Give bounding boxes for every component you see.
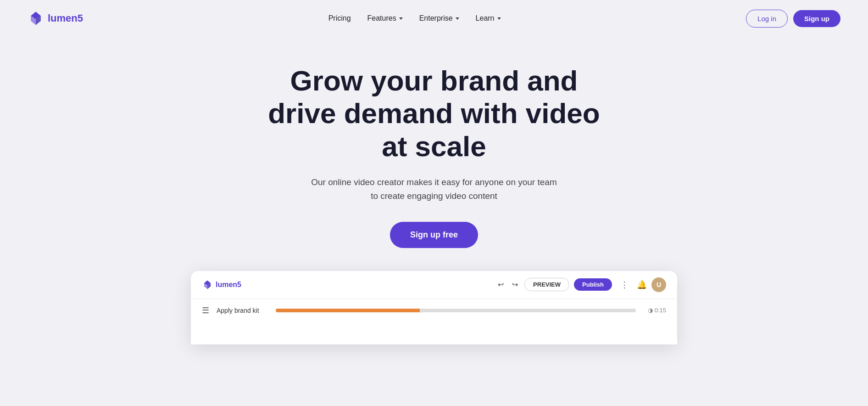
redo-button[interactable]: ↪: [510, 278, 520, 291]
chevron-down-icon: [497, 17, 501, 20]
app-logo: lumen5: [202, 279, 241, 290]
app-window-actions: ↩ ↪ PREVIEW Publish ⋮ 🔔 U: [496, 277, 666, 292]
logo[interactable]: lumen5: [28, 10, 83, 27]
nav-item-pricing[interactable]: Pricing: [328, 14, 351, 23]
chevron-down-icon: [456, 17, 459, 20]
signup-free-button[interactable]: Sign up free: [390, 222, 478, 248]
app-window-body: ☰ Apply brand kit ◑ 0:15: [191, 299, 677, 322]
app-logo-text: lumen5: [216, 281, 241, 289]
signup-button[interactable]: Sign up: [793, 10, 840, 27]
video-time: ◑ 0:15: [648, 307, 666, 314]
chevron-down-icon: [399, 17, 403, 20]
app-preview-section: lumen5 ↩ ↪ PREVIEW Publish ⋮ 🔔 U ☰ Apply…: [0, 271, 868, 344]
hero-section: Grow your brand and drive demand with vi…: [0, 37, 868, 271]
nav-item-features[interactable]: Features: [367, 14, 403, 23]
hero-title: Grow your brand and drive demand with vi…: [264, 64, 604, 163]
publish-button[interactable]: Publish: [574, 278, 612, 291]
app-window: lumen5 ↩ ↪ PREVIEW Publish ⋮ 🔔 U ☰ Apply…: [191, 271, 677, 344]
notification-button[interactable]: 🔔: [637, 280, 647, 290]
nav-item-enterprise[interactable]: Enterprise: [419, 14, 459, 23]
video-timeline-strip: [276, 309, 636, 312]
login-button[interactable]: Log in: [746, 10, 788, 28]
nav-links: Pricing Features Enterprise Learn: [328, 14, 501, 23]
preview-button[interactable]: PREVIEW: [524, 278, 569, 291]
undo-button[interactable]: ↩: [496, 278, 506, 291]
navbar: lumen5 Pricing Features Enterprise Learn…: [0, 0, 868, 37]
avatar: U: [651, 277, 666, 292]
more-button[interactable]: ⋮: [617, 278, 632, 292]
brand-kit-label[interactable]: Apply brand kit: [217, 307, 259, 314]
sidebar-menu-icon[interactable]: ☰: [202, 305, 209, 316]
nav-item-learn[interactable]: Learn: [476, 14, 501, 23]
logo-text: lumen5: [48, 12, 83, 24]
app-logo-icon: [202, 279, 213, 290]
hero-subtitle: Our online video creator makes it easy f…: [310, 175, 558, 203]
app-window-bar: lumen5 ↩ ↪ PREVIEW Publish ⋮ 🔔 U: [191, 271, 677, 299]
nav-actions: Log in Sign up: [746, 10, 840, 28]
logo-icon: [28, 10, 44, 27]
